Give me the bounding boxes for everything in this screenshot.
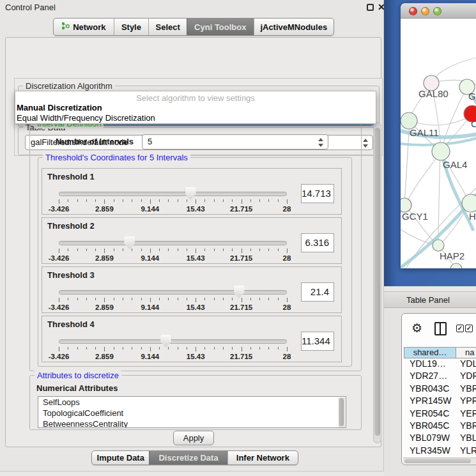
- cell-name: YDR2: [460, 371, 476, 381]
- network-canvas[interactable]: GAL80G.CGAL11GAL4GCY1HHAP2: [401, 19, 476, 268]
- slider-thumb[interactable]: [234, 286, 245, 298]
- table-row[interactable]: YPR145WYPR1: [404, 395, 476, 408]
- threshold-value-field[interactable]: 11.344: [301, 332, 334, 351]
- table-row[interactable]: YLR345WYLR3: [404, 445, 476, 457]
- cyni-toolbox-content: Discretization Algorithm Table Data galF…: [5, 37, 381, 447]
- table-rows[interactable]: YDL19…YDL1YDR27…YDR2YBR043CYBR0YPR145WYP…: [404, 358, 476, 458]
- table-row[interactable]: YBL079WYBL0: [404, 433, 476, 445]
- table-panel-body: ⚙ ✓ ✓ shared… na YDL19…YDL1YDR27…YDR2YBR…: [384, 308, 476, 476]
- slider-thumb[interactable]: [185, 187, 196, 200]
- slider-tick: [250, 249, 251, 251]
- checkbox-icon[interactable]: ✓: [456, 325, 464, 332]
- scrollbar-thumb[interactable]: [404, 459, 471, 463]
- checkbox-icon[interactable]: ✓: [465, 325, 473, 332]
- slider-track[interactable]: [59, 339, 287, 344]
- float-window-icon[interactable]: [367, 4, 374, 11]
- tab-infer-network[interactable]: Infer Network: [227, 451, 298, 464]
- table-row[interactable]: YBR045CYBR0: [404, 420, 476, 433]
- gear-icon[interactable]: ⚙: [411, 321, 422, 335]
- zoom-traffic-light[interactable]: [433, 7, 441, 15]
- slider-tick: [68, 249, 68, 251]
- tab-impute-data[interactable]: Impute Data: [92, 451, 149, 464]
- tab-select[interactable]: Select: [148, 19, 187, 35]
- slider-tick: [178, 249, 178, 251]
- tab-style[interactable]: Style: [114, 19, 149, 35]
- threshold-label: Threshold 2: [47, 221, 95, 231]
- slider-tick: [86, 298, 87, 300]
- cell-name: YLR3: [460, 445, 476, 456]
- slider-tick: [268, 298, 269, 300]
- network-window-titlebar[interactable]: [401, 3, 476, 19]
- column-header-name[interactable]: na: [456, 347, 476, 358]
- dropdown-option-manual[interactable]: Manual Discretization: [17, 103, 102, 112]
- close-traffic-light[interactable]: [409, 7, 417, 15]
- minimize-traffic-light[interactable]: [421, 7, 429, 15]
- slider-track[interactable]: [59, 241, 287, 245]
- slider-tick-label: 15.43: [187, 254, 205, 262]
- network-node[interactable]: [450, 263, 462, 268]
- slider-tick-label: -3.426: [49, 254, 70, 262]
- tab-jactivemnodules[interactable]: jActiveMNodules: [254, 19, 334, 35]
- slider-tick: [232, 298, 233, 300]
- attribute-list-item[interactable]: SelfLoops: [38, 397, 346, 408]
- attribute-list-item[interactable]: TopologicalCoefficient: [38, 408, 346, 418]
- tab-network[interactable]: Network: [54, 19, 114, 35]
- column-header-shared[interactable]: shared…: [404, 347, 456, 358]
- slider-tick: [232, 249, 233, 251]
- table-row[interactable]: YDL19…YDL1: [404, 358, 476, 371]
- slider-thumb[interactable]: [160, 335, 171, 348]
- cell-name: YPR1: [460, 395, 476, 406]
- slider-tick: [242, 199, 242, 204]
- group-title: Attributes to discretize: [35, 371, 121, 380]
- slider-tick: [59, 298, 59, 302]
- apply-button[interactable]: Apply: [173, 431, 214, 445]
- slider-tick-label: 15.43: [187, 353, 205, 360]
- threshold-value-field[interactable]: 14.713: [301, 184, 334, 203]
- slider-tick: [104, 347, 105, 351]
- dropdown-option-equal-width[interactable]: Equal Width/Frequency Discretization: [17, 113, 155, 123]
- content-scrollbar-thumb[interactable]: [374, 128, 380, 436]
- threshold-value-field[interactable]: 6.316: [301, 233, 334, 252]
- threshold-coordinates-group: Threshold's Coordinates for 5 Intervals …: [38, 157, 352, 367]
- network-node[interactable]: [433, 240, 444, 251]
- table-row[interactable]: YER054CYER0: [404, 408, 476, 420]
- tab-label: Style: [121, 22, 141, 32]
- slider-tick-label: -3.426: [49, 303, 70, 311]
- slider-track[interactable]: [59, 290, 287, 295]
- slider-tick-label: 21.715: [230, 353, 252, 360]
- slider-tick: [150, 199, 151, 204]
- slider-tick: [123, 249, 123, 251]
- attributes-group: Attributes to discretize Numerical Attri…: [29, 375, 362, 430]
- slider-thumb[interactable]: [124, 236, 135, 249]
- slider-tick: [95, 249, 96, 251]
- spinner-arrows-icon: [362, 137, 369, 149]
- tab-discretize-data[interactable]: Discretize Data: [149, 451, 227, 464]
- network-node[interactable]: [462, 194, 476, 212]
- number-of-intervals-combobox[interactable]: 5: [142, 134, 328, 150]
- slider-tick: [132, 298, 132, 300]
- list-scrollbar-thumb[interactable]: [339, 398, 344, 426]
- threshold-value-field[interactable]: 21.4: [301, 282, 334, 302]
- threshold-panel-1: Threshold 1-3.4262.8599.14415.4321.71528…: [42, 168, 342, 215]
- tab-cyni-toolbox[interactable]: Cyni Toolbox: [187, 19, 254, 35]
- content-scrollbar[interactable]: [373, 122, 381, 443]
- attribute-list-item[interactable]: BetweennessCentrality: [38, 418, 346, 428]
- slider-tick: [259, 249, 260, 251]
- slider-tick: [123, 347, 123, 349]
- slider-tick: [95, 199, 96, 202]
- slider-track[interactable]: [59, 192, 287, 196]
- slider-tick-label: 21.715: [230, 205, 252, 213]
- network-node[interactable]: [432, 142, 450, 160]
- slider-tick: [250, 199, 251, 202]
- split-view-icon[interactable]: [434, 322, 447, 335]
- table-row[interactable]: YBR043CYBR0: [404, 383, 476, 395]
- slider-tick: [187, 298, 187, 300]
- slider-tick: [204, 199, 205, 202]
- table-row[interactable]: YDR27…YDR2: [404, 371, 476, 383]
- numerical-attributes-list[interactable]: SelfLoopsTopologicalCoefficientBetweenne…: [38, 396, 346, 428]
- network-node[interactable]: [401, 198, 411, 212]
- slider-tick: [187, 249, 187, 251]
- list-scrollbar[interactable]: [339, 397, 345, 428]
- table-horizontal-scrollbar[interactable]: [403, 457, 476, 464]
- cell-shared-name: YDL19…: [410, 358, 446, 369]
